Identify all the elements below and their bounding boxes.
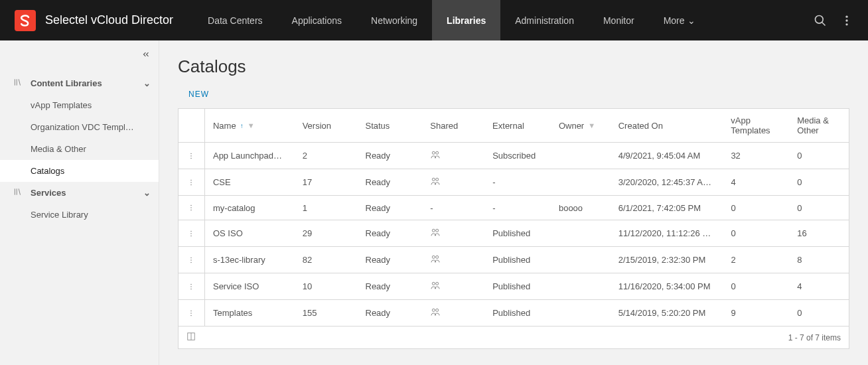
page-title: Catalogs [178,56,849,77]
cell-vapp-templates: 4 [723,169,789,195]
cell-version: 155 [295,300,358,326]
column-version[interactable]: Version [295,109,358,142]
row-menu-icon[interactable] [179,273,205,299]
cell-vapp-templates: 0 [723,196,789,220]
sidebar-item-service-library[interactable]: Service Library [0,204,159,226]
row-menu-icon[interactable] [179,169,205,195]
sidebar-group-services[interactable]: Services⌄ [0,182,159,204]
cell-owner [551,220,611,246]
cell-status: Ready [358,273,423,299]
top-navbar: Selectel vCloud Director Data CentersApp… [0,0,868,40]
cell-created-on: 2/15/2019, 2:32:30 PM [611,247,723,273]
table-row: CSE17Ready-3/20/2020, 12:45:37 A…40 [179,169,849,196]
svg-point-5 [191,153,192,154]
new-button[interactable]: NEW [188,90,209,99]
main-content: Catalogs NEW Name ↑ ▼ Version Status Sha… [159,40,868,365]
svg-point-12 [191,184,192,185]
cell-status: Ready [358,220,423,246]
svg-point-19 [191,233,192,234]
cell-vapp-templates: 32 [723,143,789,169]
row-menu-icon[interactable] [179,220,205,246]
overflow-menu-icon[interactable] [833,14,860,27]
row-menu-icon[interactable] [179,196,205,220]
column-name[interactable]: Name ↑ ▼ [205,109,295,142]
svg-point-2 [845,15,847,17]
nav-item-administration[interactable]: Administration [500,0,589,40]
column-vapp-templates[interactable]: vApp Templates [723,109,789,142]
table-header: Name ↑ ▼ Version Status Shared External … [179,109,849,143]
library-icon [13,78,24,89]
svg-point-33 [191,310,192,311]
cell-version: 17 [295,169,358,195]
shared-icon [430,280,441,293]
cell-name[interactable]: my-catalog [205,196,295,220]
svg-point-7 [191,157,192,159]
svg-point-14 [436,178,439,181]
column-status[interactable]: Status [357,109,422,142]
collapse-sidebar-icon[interactable] [141,50,151,61]
cell-media-other: 16 [789,220,849,246]
filter-icon[interactable]: ▼ [588,121,595,129]
row-menu-icon[interactable] [179,300,205,326]
cell-owner [551,169,611,195]
cell-version: 82 [295,247,358,273]
svg-line-1 [822,22,826,25]
nav-item-libraries[interactable]: Libraries [432,0,500,40]
table-row: s-13ec-library82ReadyPublished2/15/2019,… [179,247,849,273]
chevron-down-icon: ⌄ [143,78,151,88]
column-shared[interactable]: Shared [422,109,484,142]
sidebar-item-media-other[interactable]: Media & Other [0,138,159,160]
sidebar-group-content-libraries[interactable]: Content Libraries⌄ [0,72,159,94]
svg-point-8 [433,151,435,154]
svg-point-16 [191,207,192,208]
filter-icon[interactable]: ▼ [248,121,255,129]
svg-point-18 [191,230,192,232]
cell-owner [551,273,611,299]
sort-asc-icon[interactable]: ↑ [240,122,244,129]
svg-point-4 [845,23,847,25]
cell-version: 1 [295,196,358,220]
svg-point-3 [845,19,847,21]
row-menu-icon[interactable] [179,143,205,169]
cell-name[interactable]: s-13ec-library [205,247,295,273]
cell-name[interactable]: OS ISO [205,220,295,246]
nav-item-monitor[interactable]: Monitor [589,0,649,40]
cell-owner [551,247,611,273]
table-row: OS ISO29ReadyPublished11/12/2020, 11:12:… [179,220,849,247]
cell-owner [551,143,611,169]
svg-point-13 [433,178,435,181]
table-row: Templates155ReadyPublished5/14/2019, 5:2… [179,300,849,326]
cell-external: Published [484,273,551,299]
svg-point-15 [191,205,192,206]
shared-icon [430,227,441,240]
cell-name[interactable]: CSE [205,169,295,195]
cell-version: 29 [295,220,358,246]
cell-shared [422,220,484,246]
cell-name[interactable]: Templates [205,300,295,326]
sidebar-item-organization-vdc-templ-[interactable]: Organization VDC Templ… [0,116,159,138]
sidebar-item-vapp-templates[interactable]: vApp Templates [0,94,159,116]
column-external[interactable]: External [484,109,551,142]
search-icon[interactable] [807,14,833,27]
nav-item-more[interactable]: More⌄ [649,0,710,40]
column-created-on[interactable]: Created On [611,109,723,142]
cell-external: Published [484,300,551,326]
brand-logo[interactable] [15,10,36,31]
cell-name[interactable]: Service ISO [205,273,295,299]
cell-name[interactable]: App Launchpad… [205,143,295,169]
sidebar-item-catalogs[interactable]: Catalogs [0,160,159,182]
column-owner[interactable]: Owner ▼ [551,109,611,142]
nav-item-data-centers[interactable]: Data Centers [193,0,277,40]
nav-item-applications[interactable]: Applications [277,0,357,40]
nav-item-networking[interactable]: Networking [356,0,432,40]
row-menu-icon[interactable] [179,247,205,273]
svg-point-30 [191,288,192,289]
catalogs-table: Name ↑ ▼ Version Status Shared External … [178,108,849,349]
column-media-other[interactable]: Media & Other [789,109,849,142]
svg-point-9 [436,151,439,154]
table-footer: 1 - 7 of 7 items [179,326,849,348]
column-picker-icon[interactable] [186,332,196,343]
cell-status: Ready [358,247,423,273]
cell-vapp-templates: 0 [723,220,789,246]
svg-point-29 [191,286,192,287]
